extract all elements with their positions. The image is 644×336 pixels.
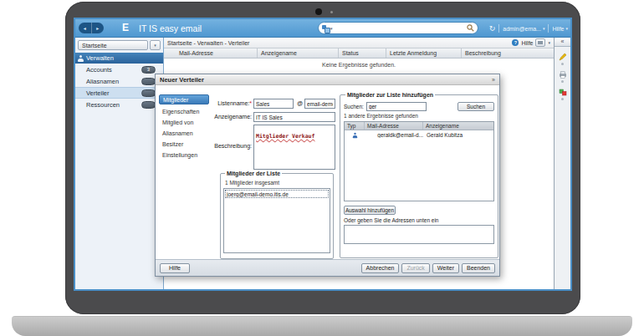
column-status[interactable]: Status bbox=[339, 48, 386, 58]
list-header-row: Mail-Adresse Anzeigename Status Letzte A… bbox=[164, 48, 554, 59]
red-green-flags-icon bbox=[559, 89, 567, 96]
sidebar-item-ressourcen[interactable]: Ressourcen bbox=[75, 99, 163, 110]
printer-icon bbox=[559, 71, 567, 79]
rail-dot-icon bbox=[561, 98, 564, 100]
dialog-footer: Hilfe Abbrechen Zurück Weiter Beenden bbox=[156, 259, 499, 276]
search-icon[interactable] bbox=[467, 24, 474, 32]
listname-label: Listenname:* bbox=[189, 100, 252, 106]
help-menu-label: Hilfe bbox=[552, 26, 564, 32]
panel-icon bbox=[538, 41, 543, 44]
members-legend: Mitglieder der Liste bbox=[227, 171, 280, 176]
description-text: Mitglieder Verkauf bbox=[256, 133, 314, 140]
breadcrumb-actions: ? Hilfe ▾ bbox=[512, 38, 550, 47]
description-textarea[interactable]: Mitglieder Verkauf bbox=[253, 125, 335, 170]
sidebar-item-aliasnamen[interactable]: Aliasnamen bbox=[75, 75, 163, 87]
back-button[interactable]: Zurück bbox=[401, 263, 429, 273]
user-admin-icon bbox=[78, 55, 84, 62]
tab-startseite[interactable]: Startseite bbox=[78, 40, 148, 50]
app-logo: E bbox=[122, 22, 129, 33]
dialog-title: Neuer Verteiler bbox=[160, 76, 204, 84]
displayname-label: Anzeigename: bbox=[189, 114, 252, 120]
breadcrumb: Startseite - Verwalten - Verteiler bbox=[167, 40, 249, 46]
global-search-input[interactable] bbox=[335, 23, 465, 33]
global-search[interactable]: ▾ bbox=[318, 22, 478, 34]
refresh-icon[interactable]: ↻ bbox=[489, 25, 496, 33]
search-scope-icon[interactable] bbox=[322, 25, 329, 32]
add-members-legend: Mitglieder zur Liste hinzufügen bbox=[347, 92, 433, 98]
laptop-mockup: ◄ ► E IT IS easy email ▾ ↻ admin@ema... bbox=[0, 0, 644, 336]
column-anzeigename[interactable]: Anzeigename bbox=[423, 122, 493, 130]
app-topbar: ◄ ► E IT IS easy email ▾ ↻ admin@ema... bbox=[75, 19, 570, 38]
finish-button[interactable]: Beenden bbox=[462, 263, 495, 273]
members-summary: 1 Mitglieder insgesamt bbox=[225, 180, 330, 186]
user-type-icon bbox=[352, 132, 357, 137]
sidebar-item-accounts[interactable]: Accounts 3 bbox=[75, 64, 163, 75]
back-button[interactable]: ◄ bbox=[79, 23, 91, 33]
sidebar-section-verwalten[interactable]: Verwalten bbox=[75, 53, 163, 64]
listname-label-text: Listenname: bbox=[217, 100, 249, 106]
search-result-summary: 1 andere Ergebnisse gefunden bbox=[344, 113, 494, 119]
sidebar-item-verteiler[interactable]: Verteiler bbox=[75, 87, 163, 99]
member-entry[interactable]: joerg@email-demo.itis.de bbox=[225, 190, 329, 198]
user-menu-label: admin@ema... bbox=[503, 26, 541, 32]
rail-dot-icon bbox=[561, 63, 564, 65]
pencil-icon bbox=[559, 53, 567, 61]
laptop-base bbox=[12, 316, 632, 336]
description-label: Beschreibung: bbox=[189, 143, 252, 149]
webcam-icon bbox=[315, 8, 322, 15]
column-beschreibung[interactable]: Beschreibung bbox=[462, 48, 554, 58]
column-letzte-anmeldung[interactable]: Letzte Anmeldung bbox=[386, 48, 462, 58]
sidebar-item-label: Accounts bbox=[86, 66, 112, 74]
sidebar-item-label: Verteiler bbox=[86, 89, 110, 97]
panel-help-label[interactable]: Hilfe bbox=[521, 40, 533, 46]
breadcrumb-bar: Startseite - Verwalten - Verteiler ? Hil… bbox=[164, 38, 554, 48]
divider bbox=[498, 24, 499, 33]
sidebar-item-label: Aliasnamen bbox=[86, 78, 119, 85]
chevron-down-icon: ▾ bbox=[154, 43, 156, 48]
cancel-button[interactable]: Abbrechen bbox=[361, 263, 400, 273]
member-search-input[interactable] bbox=[366, 102, 427, 111]
history-nav: ◄ ► bbox=[79, 23, 104, 33]
result-row[interactable]: geraldk@email-d... Gerald Kubitza bbox=[345, 130, 493, 140]
rail-edit-button[interactable] bbox=[559, 53, 567, 65]
count-badge bbox=[141, 101, 156, 109]
listname-input[interactable] bbox=[253, 99, 294, 109]
members-fieldset: Mitglieder der Liste 1 Mitglieder insges… bbox=[220, 171, 334, 259]
help-icon[interactable]: ? bbox=[512, 39, 519, 46]
divider bbox=[548, 24, 549, 33]
dialog-collapse-icon[interactable]: » bbox=[492, 77, 495, 83]
required-mark: * bbox=[249, 100, 252, 106]
dialog-menu-aliasnamen[interactable]: Aliasnamen bbox=[159, 128, 209, 139]
domain-input[interactable] bbox=[304, 99, 335, 109]
right-rail: « bbox=[554, 38, 570, 289]
member-search-button[interactable]: Suchen bbox=[457, 102, 494, 111]
column-typ[interactable]: Typ bbox=[345, 122, 365, 130]
help-menu[interactable]: Hilfe ▾ bbox=[552, 26, 568, 32]
column-mail-adresse[interactable]: Mail-Adresse bbox=[164, 48, 258, 58]
count-badge bbox=[141, 89, 156, 97]
manual-address-textarea[interactable] bbox=[344, 225, 494, 244]
next-button[interactable]: Weiter bbox=[432, 263, 459, 273]
rail-print-button[interactable] bbox=[559, 71, 567, 83]
add-selection-button[interactable]: Auswahl hinzufügen bbox=[344, 206, 396, 215]
sidebar: Startseite ▾ Verwalten Accounts 3 Aliasn… bbox=[75, 38, 164, 289]
search-scope-caret-icon[interactable]: ▾ bbox=[330, 26, 333, 31]
member-search-row: Suchen: Suchen bbox=[344, 102, 494, 111]
collapse-panel-button[interactable]: « bbox=[555, 38, 570, 47]
panel-settings-button[interactable] bbox=[535, 38, 545, 47]
at-sign: @ bbox=[297, 100, 303, 106]
panel-caret-icon[interactable]: ▾ bbox=[548, 40, 550, 45]
dialog-menu-einstellungen[interactable]: Einstellungen bbox=[159, 150, 209, 160]
forward-button[interactable]: ► bbox=[91, 23, 105, 33]
displayname-input[interactable] bbox=[253, 112, 335, 122]
dialog-help-button[interactable]: Hilfe bbox=[160, 263, 190, 273]
members-listbox[interactable]: joerg@email-demo.itis.de bbox=[223, 188, 330, 253]
app-title: IT IS easy email bbox=[139, 23, 202, 33]
user-menu[interactable]: admin@ema... ▾ bbox=[503, 26, 544, 32]
column-mail-adresse[interactable]: Mail-Adresse bbox=[365, 122, 423, 130]
rail-status-button[interactable] bbox=[559, 89, 567, 100]
tab-dropdown-button[interactable]: ▾ bbox=[150, 40, 161, 50]
column-anzeigename[interactable]: Anzeigename bbox=[258, 48, 339, 58]
help-menu-caret-icon: ▾ bbox=[565, 26, 568, 31]
member-search-label: Suchen: bbox=[344, 104, 364, 109]
